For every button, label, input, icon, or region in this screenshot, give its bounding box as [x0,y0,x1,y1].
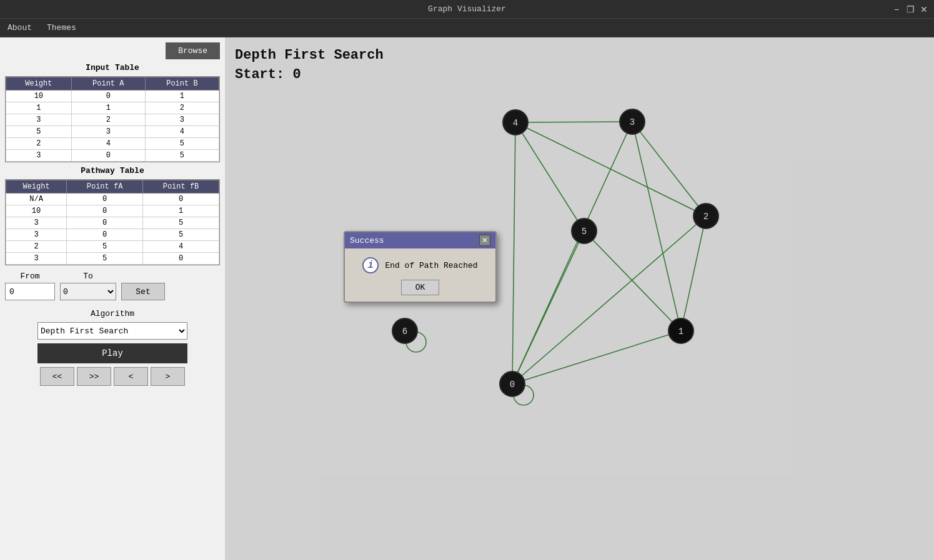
table-row: 305 [6,150,219,162]
table-cell: 5 [143,217,219,229]
table-cell: 10 [6,205,67,217]
menu-about[interactable]: About [4,22,36,34]
table-row: 1001 [6,205,219,217]
dialog-close-button[interactable]: ✕ [479,235,490,246]
dialog-title-bar: Success ✕ [345,232,495,248]
restore-button[interactable]: ❒ [905,4,915,14]
table-cell: 5 [67,241,143,253]
table-cell: 5 [145,150,219,162]
table-cell: 3 [71,126,145,138]
table-cell: 1 [71,102,145,114]
table-cell: 3 [145,114,219,126]
algorithm-label: Algorithm [91,309,134,318]
main-layout: Browse Input Table Weight Point A Point … [0,37,934,560]
table-cell: 4 [145,126,219,138]
menu-themes[interactable]: Themes [43,22,80,34]
table-row: 254 [6,241,219,253]
table-cell: 3 [6,253,67,265]
table-cell: 5 [6,126,72,138]
input-col-weight: Weight [6,77,72,91]
pathway-table-wrapper[interactable]: Weight Point fA Point fB N/A001001305305… [5,179,220,265]
algorithm-select[interactable]: Depth First SearchBreadth First SearchDi… [37,322,187,340]
skip-back-button[interactable]: << [40,367,74,386]
pathway-table-title: Pathway Table [5,166,220,175]
table-row: 245 [6,138,219,150]
step-forward-button[interactable]: > [151,367,185,386]
set-button[interactable]: Set [121,283,165,300]
dialog-overlay: Success ✕ i End of Path Reached OK [225,37,934,560]
from-label: From [20,272,39,281]
right-panel: Depth First Search Start: 0 0123456 Succ… [225,37,934,560]
table-row: 534 [6,126,219,138]
to-select[interactable]: 0123456 [60,283,116,300]
title-bar: Graph Visualizer − ❒ ✕ [0,0,934,19]
play-button[interactable]: Play [37,343,187,363]
table-cell: 2 [6,138,72,150]
table-cell: 10 [6,91,72,102]
table-cell: 5 [67,253,143,265]
dialog-body: i End of Path Reached OK [345,248,495,302]
table-cell: 0 [143,253,219,265]
dialog-ok-button[interactable]: OK [401,280,440,295]
table-cell: 3 [6,150,72,162]
table-row: 112 [6,102,219,114]
info-icon: i [362,257,379,273]
window-controls: − ❒ ✕ [892,4,929,14]
dialog-message-row: i End of Path Reached [362,257,477,273]
table-cell: 4 [143,241,219,253]
input-table-wrapper[interactable]: Weight Point A Point B 10011123235342453… [5,76,220,162]
table-row: 305 [6,217,219,229]
pathway-col-pointfB: Point fB [143,180,219,194]
table-cell: 3 [6,229,67,241]
app-title: Graph Visualizer [428,4,506,14]
table-cell: N/A [6,194,67,205]
table-cell: 4 [71,138,145,150]
table-cell: 1 [143,205,219,217]
minimize-button[interactable]: − [892,4,902,14]
close-button[interactable]: ✕ [919,4,929,14]
algorithm-section: Algorithm Depth First SearchBreadth Firs… [5,307,220,388]
input-col-pointA: Point A [71,77,145,91]
step-back-button[interactable]: < [114,367,148,386]
menu-bar: About Themes [0,19,934,37]
input-table: Weight Point A Point B 10011123235342453… [6,77,219,162]
table-cell: 2 [145,102,219,114]
pathway-col-pointfA: Point fA [67,180,143,194]
table-cell: 0 [71,150,145,162]
table-cell: 2 [6,241,67,253]
input-table-title: Input Table [5,63,220,72]
left-panel: Browse Input Table Weight Point A Point … [0,37,225,560]
table-row: 305 [6,229,219,241]
browse-button[interactable]: Browse [166,42,220,59]
table-cell: 1 [6,102,72,114]
table-cell: 3 [6,217,67,229]
navigation-buttons: << >> < > [40,367,185,386]
table-row: 350 [6,253,219,265]
table-row: N/A00 [6,194,219,205]
dialog-message: End of Path Reached [385,261,477,270]
table-cell: 0 [71,91,145,102]
table-cell: 2 [71,114,145,126]
from-group: From [5,272,55,300]
table-cell: 3 [6,114,72,126]
dialog-title-text: Success [350,236,384,245]
pathway-col-weight: Weight [6,180,67,194]
table-cell: 0 [67,217,143,229]
from-to-section: From To 0123456 Set [5,269,220,303]
success-dialog: Success ✕ i End of Path Reached OK [344,231,497,303]
input-col-pointB: Point B [145,77,219,91]
table-cell: 0 [67,205,143,217]
table-row: 1001 [6,91,219,102]
table-cell: 0 [67,194,143,205]
from-input[interactable] [5,283,55,300]
table-cell: 0 [143,194,219,205]
table-cell: 5 [145,138,219,150]
to-group: To 0123456 [60,272,116,300]
table-cell: 5 [143,229,219,241]
table-cell: 1 [145,91,219,102]
pathway-table: Weight Point fA Point fB N/A001001305305… [6,180,219,265]
skip-forward-button[interactable]: >> [77,367,111,386]
table-cell: 0 [67,229,143,241]
table-row: 323 [6,114,219,126]
to-label: To [83,272,93,281]
